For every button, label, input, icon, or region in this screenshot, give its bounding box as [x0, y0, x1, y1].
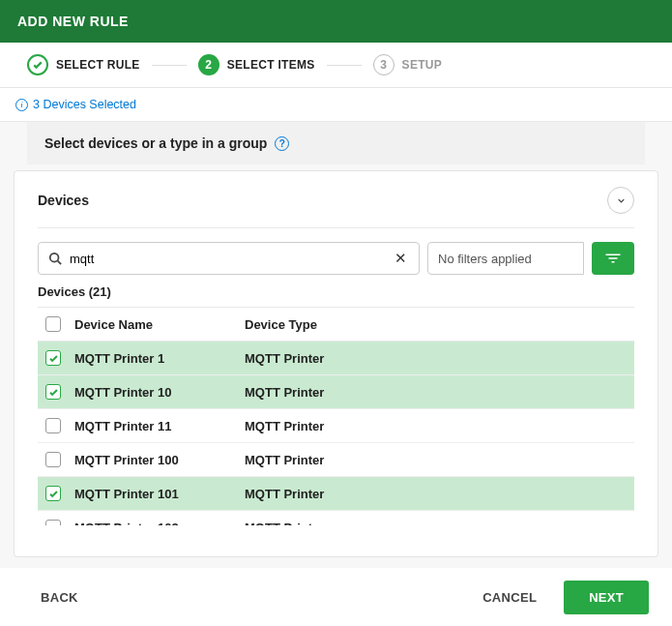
- row-checkbox[interactable]: [45, 418, 61, 433]
- info-icon: i: [15, 99, 28, 111]
- step-label: SELECT RULE: [56, 58, 140, 72]
- svg-point-0: [50, 253, 59, 262]
- panel-title: Devices: [38, 193, 89, 208]
- section-title: Select devices or a type in a group: [44, 135, 267, 151]
- clear-search-button[interactable]: ✕: [393, 250, 409, 267]
- device-name-cell: MQTT Printer 100: [74, 453, 245, 467]
- filter-button[interactable]: [592, 242, 634, 275]
- svg-line-1: [58, 261, 62, 265]
- panel-header: Devices: [38, 187, 634, 228]
- step-divider: [327, 65, 362, 66]
- step-label: SETUP: [402, 58, 443, 72]
- search-field[interactable]: ✕: [38, 242, 420, 275]
- dialog-header: ADD NEW RULE: [0, 0, 672, 43]
- step-setup: 3 SETUP: [373, 54, 443, 75]
- device-type-cell: MQTT Printer: [245, 453, 627, 467]
- step-number-icon: 2: [198, 54, 219, 75]
- device-name-cell: MQTT Printer 102: [74, 521, 245, 526]
- search-input[interactable]: [62, 252, 393, 266]
- device-type-cell: MQTT Printer: [245, 521, 627, 526]
- device-type-cell: MQTT Printer: [245, 487, 627, 501]
- selection-summary[interactable]: i 3 Devices Selected: [0, 88, 672, 122]
- device-name-cell: MQTT Printer 11: [74, 419, 245, 433]
- collapse-button[interactable]: [607, 187, 634, 214]
- device-name-cell: MQTT Printer 101: [74, 487, 245, 501]
- device-name-cell: MQTT Printer 10: [74, 385, 245, 400]
- step-label: SELECT ITEMS: [227, 58, 315, 72]
- content-area: Select devices or a type in a group ? De…: [0, 122, 672, 607]
- devices-table: Device Name Device Type MQTT Printer 1MQ…: [38, 307, 634, 525]
- col-device-name[interactable]: Device Name: [74, 317, 245, 332]
- table-row[interactable]: MQTT Printer 1MQTT Printer: [38, 342, 634, 375]
- table-header: Device Name Device Type: [38, 308, 634, 342]
- device-type-cell: MQTT Printer: [245, 351, 627, 366]
- checkmark-icon: [27, 54, 48, 75]
- help-icon[interactable]: ?: [275, 136, 289, 151]
- select-all-checkbox[interactable]: [45, 316, 61, 332]
- row-checkbox[interactable]: [45, 486, 61, 501]
- row-checkbox[interactable]: [45, 520, 61, 525]
- table-row[interactable]: MQTT Printer 100MQTT Printer: [38, 443, 634, 477]
- device-type-cell: MQTT Printer: [245, 419, 627, 433]
- stepper: SELECT RULE 2 SELECT ITEMS 3 SETUP: [0, 43, 672, 88]
- row-checkbox[interactable]: [45, 350, 61, 366]
- step-number-icon: 3: [373, 54, 394, 75]
- list-title: Devices (21): [38, 284, 634, 299]
- next-button[interactable]: NEXT: [564, 581, 649, 614]
- table-row[interactable]: MQTT Printer 101MQTT Printer: [38, 477, 634, 511]
- section-header: Select devices or a type in a group ?: [27, 122, 645, 164]
- filter-display[interactable]: No filters applied: [427, 242, 584, 275]
- selection-count-text: 3 Devices Selected: [33, 98, 136, 111]
- table-row[interactable]: MQTT Printer 10MQTT Printer: [38, 375, 634, 409]
- dialog-title: ADD NEW RULE: [17, 14, 129, 29]
- filter-text: No filters applied: [438, 252, 532, 266]
- filter-icon: [604, 252, 622, 265]
- cancel-button[interactable]: CANCEL: [465, 581, 554, 614]
- panel-controls: ✕ No filters applied: [38, 242, 634, 275]
- step-select-items[interactable]: 2 SELECT ITEMS: [198, 54, 315, 75]
- table-body[interactable]: MQTT Printer 1MQTT PrinterMQTT Printer 1…: [38, 342, 634, 525]
- back-button[interactable]: BACK: [23, 581, 96, 614]
- table-row[interactable]: MQTT Printer 102MQTT Printer: [38, 511, 634, 525]
- chevron-down-icon: [616, 195, 627, 206]
- step-select-rule[interactable]: SELECT RULE: [27, 54, 140, 75]
- step-divider: [152, 65, 187, 66]
- search-icon: [48, 252, 62, 265]
- dialog-footer: BACK CANCEL NEXT: [0, 568, 672, 626]
- table-row[interactable]: MQTT Printer 11MQTT Printer: [38, 409, 634, 443]
- row-checkbox[interactable]: [45, 452, 61, 467]
- col-device-type[interactable]: Device Type: [245, 317, 627, 332]
- row-checkbox[interactable]: [45, 384, 61, 400]
- device-name-cell: MQTT Printer 1: [74, 351, 245, 366]
- devices-panel: Devices ✕ No filters applied Devices (21…: [14, 170, 658, 557]
- device-type-cell: MQTT Printer: [245, 385, 627, 400]
